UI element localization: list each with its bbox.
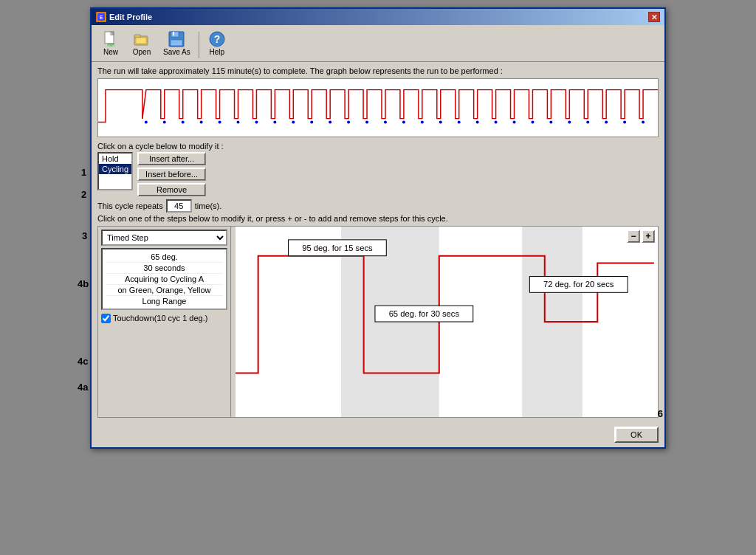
save-as-icon (168, 30, 185, 48)
svg-point-41 (623, 121, 626, 124)
annotation-2: 2 (81, 189, 86, 200)
repeat-suffix: time(s). (195, 201, 222, 210)
svg-point-40 (605, 121, 608, 124)
cycle-item-hold[interactable]: Hold (99, 154, 131, 164)
close-button[interactable]: ✕ (648, 12, 660, 22)
step-info-text: Click on one of the steps below to modif… (97, 214, 659, 223)
svg-text:E: E (100, 15, 103, 20)
title-bar-left: E Edit Profile (96, 12, 152, 22)
svg-point-35 (513, 121, 516, 124)
cycle-list[interactable]: Hold Cycling (97, 152, 133, 190)
svg-point-37 (549, 121, 552, 124)
app-icon: E (96, 12, 106, 22)
svg-point-16 (163, 121, 166, 124)
svg-text:95 deg. for 15 secs: 95 deg. for 15 secs (302, 244, 373, 252)
svg-rect-8 (136, 38, 146, 44)
insert-before-button[interactable]: Insert before... (137, 168, 206, 181)
step-type-select[interactable]: Timed Step (101, 230, 227, 246)
svg-point-34 (495, 121, 498, 124)
svg-point-22 (273, 121, 276, 124)
svg-point-29 (402, 121, 405, 124)
annotation-1: 1 (81, 167, 86, 178)
annotation-4b: 4b (78, 278, 89, 289)
info-text: The run will take approximately 115 minu… (97, 66, 659, 75)
toolbar: NEW New Open (92, 25, 664, 62)
svg-text:NEW: NEW (107, 44, 114, 47)
toolbar-separator (199, 32, 199, 58)
minus-button[interactable]: − (627, 230, 640, 243)
open-label: Open (133, 48, 151, 56)
open-button[interactable]: Open (127, 28, 157, 58)
pm-buttons: − + (627, 230, 655, 243)
step-detail-color: on Green, Orange, Yellow (106, 285, 223, 296)
touchdown-checkbox[interactable] (101, 314, 111, 323)
insert-after-button[interactable]: Insert after... (137, 152, 206, 165)
cycle-section-label: Click on a cycle below to modify it : (97, 142, 659, 151)
step-detail-time: 30 seconds (106, 263, 223, 274)
annotation-3: 3 (82, 230, 87, 241)
svg-text:?: ? (213, 33, 220, 45)
open-icon (133, 30, 151, 48)
svg-point-27 (365, 121, 368, 124)
cycle-list-area: 1 2 Hold Cycling Insert after... Insert … (97, 152, 659, 196)
bottom-row: 6 OK (92, 422, 664, 447)
ok-button[interactable]: OK (614, 427, 659, 443)
svg-point-18 (200, 121, 203, 124)
step-checkbox-row: Touchdown(10 cyc 1 deg.) (101, 314, 227, 323)
run-graph-svg (98, 79, 658, 137)
svg-point-31 (439, 121, 442, 124)
svg-point-24 (310, 121, 313, 124)
annotation-4a: 4a (78, 382, 88, 393)
new-icon: NEW (102, 30, 120, 48)
cycle-item-cycling[interactable]: Cycling (99, 164, 131, 174)
svg-point-32 (458, 121, 461, 124)
help-icon: ? (208, 30, 226, 48)
svg-point-20 (237, 121, 240, 124)
step-detail-temp: 65 deg. (106, 252, 223, 263)
svg-point-26 (347, 121, 350, 124)
window-title: Edit Profile (109, 13, 152, 21)
content-area: The run will take approximately 115 minu… (92, 62, 664, 422)
step-detail-range: Long Range (106, 296, 223, 306)
svg-point-17 (182, 121, 185, 124)
annotation-4c: 4c (78, 356, 88, 367)
svg-point-28 (384, 121, 387, 124)
svg-point-23 (292, 121, 295, 124)
annotation-6: 6 (658, 408, 663, 419)
save-as-label: Save As (163, 48, 190, 56)
cycle-buttons: Insert after... Insert before... Remove (137, 152, 206, 196)
svg-text:65 deg. for 30 secs: 65 deg. for 30 secs (389, 309, 460, 318)
step-section: 3 4b 4c 4a Timed Step 65 deg. 30 seconds… (97, 226, 659, 418)
svg-rect-10 (171, 32, 179, 37)
touchdown-label: Touchdown(10 cyc 1 deg.) (113, 314, 207, 323)
svg-point-19 (219, 121, 221, 124)
new-label: New (103, 48, 118, 56)
new-button[interactable]: NEW New (96, 28, 126, 58)
step-graph-area: − + 5 (236, 227, 658, 417)
save-as-button[interactable]: Save As (158, 28, 196, 58)
svg-point-15 (145, 121, 148, 124)
step-detail-acq: Acquiring to Cycling A (106, 274, 223, 285)
main-window: E Edit Profile ✕ NEW New (90, 7, 666, 449)
svg-point-42 (642, 121, 645, 124)
repeat-row: This cycle repeats time(s). (97, 199, 659, 213)
svg-point-25 (329, 121, 331, 124)
svg-point-36 (531, 121, 534, 124)
svg-point-21 (255, 121, 258, 124)
remove-button[interactable]: Remove (137, 183, 206, 196)
repeat-prefix: This cycle repeats (97, 201, 163, 210)
svg-rect-7 (134, 35, 140, 38)
plus-button[interactable]: + (642, 230, 655, 243)
step-graph-svg: 95 deg. for 15 secs 65 deg. for 30 secs … (236, 227, 658, 417)
repeat-input[interactable] (166, 199, 192, 213)
help-button[interactable]: ? Help (202, 28, 232, 58)
svg-rect-12 (171, 40, 182, 46)
help-label: Help (209, 48, 224, 56)
svg-point-38 (568, 121, 571, 124)
cycle-section: Click on a cycle below to modify it : 1 … (97, 142, 659, 196)
svg-rect-11 (173, 32, 174, 35)
svg-text:72 deg. for 20 secs: 72 deg. for 20 secs (543, 280, 614, 289)
title-bar: E Edit Profile ✕ (92, 9, 664, 25)
svg-point-30 (421, 121, 424, 124)
svg-point-33 (476, 121, 479, 124)
